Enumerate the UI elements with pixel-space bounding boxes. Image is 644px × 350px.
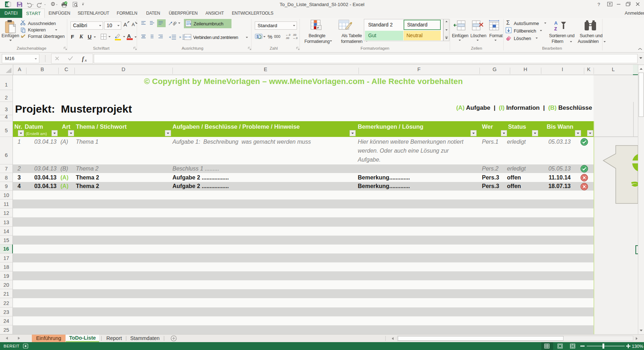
- svg-text:000: 000: [274, 34, 280, 39]
- svg-text:x: x: [84, 58, 87, 62]
- svg-text:→.0: →.0: [293, 36, 298, 40]
- svg-text:%: %: [268, 34, 272, 40]
- svg-text:Z: Z: [554, 26, 557, 31]
- svg-text:?: ?: [597, 2, 600, 7]
- svg-text:A: A: [554, 20, 558, 26]
- svg-text:.00: .00: [293, 33, 296, 36]
- svg-text:f: f: [82, 55, 85, 62]
- svg-text:X: X: [6, 3, 8, 7]
- svg-text:ab: ab: [171, 20, 177, 26]
- svg-text:≠: ≠: [317, 26, 319, 30]
- svg-text:$: $: [257, 34, 259, 39]
- svg-text:.00: .00: [286, 36, 289, 40]
- svg-text:←.0: ←.0: [286, 33, 291, 36]
